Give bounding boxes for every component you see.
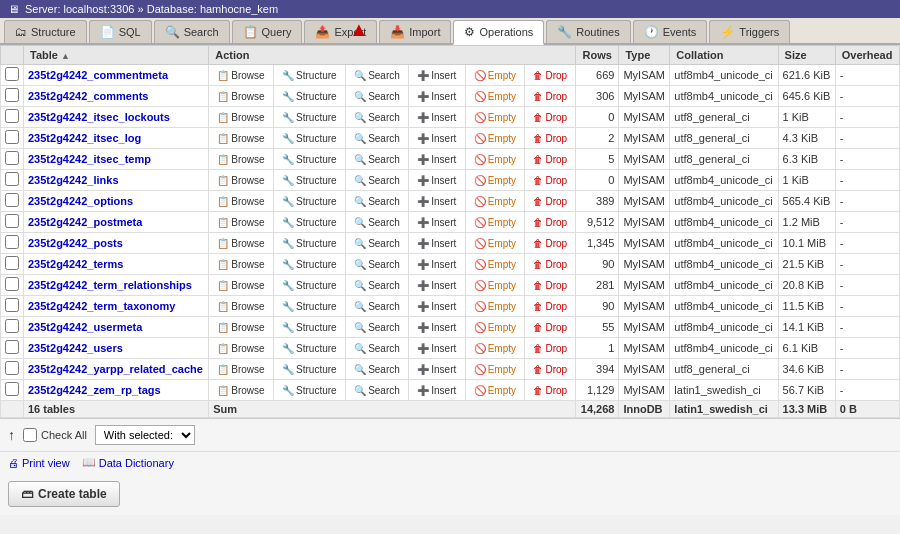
browse-button[interactable]: 📋 Browse [213, 342, 268, 355]
insert-button[interactable]: ➕ Insert [413, 237, 460, 250]
row-checkbox[interactable] [5, 193, 19, 207]
row-checkbox[interactable] [5, 256, 19, 270]
row-checkbox[interactable] [5, 277, 19, 291]
browse-button[interactable]: 📋 Browse [213, 363, 268, 376]
tab-import[interactable]: 📥Import [379, 20, 451, 43]
browse-button[interactable]: 📋 Browse [213, 321, 268, 334]
search-button[interactable]: 🔍 Search [350, 174, 404, 187]
search-button[interactable]: 🔍 Search [350, 111, 404, 124]
drop-button[interactable]: 🗑 Drop [529, 321, 571, 334]
browse-button[interactable]: 📋 Browse [213, 153, 268, 166]
drop-button[interactable]: 🗑 Drop [529, 132, 571, 145]
structure-button[interactable]: 🔧 Structure [278, 216, 341, 229]
browse-button[interactable]: 📋 Browse [213, 216, 268, 229]
browse-button[interactable]: 📋 Browse [213, 384, 268, 397]
table-name-link[interactable]: 235t2g4242_term_taxonomy [28, 300, 175, 312]
row-checkbox[interactable] [5, 67, 19, 81]
structure-button[interactable]: 🔧 Structure [278, 258, 341, 271]
insert-button[interactable]: ➕ Insert [413, 153, 460, 166]
table-name-link[interactable]: 235t2g4242_itsec_log [28, 132, 141, 144]
empty-button[interactable]: 🚫 Empty [470, 363, 520, 376]
insert-button[interactable]: ➕ Insert [413, 132, 460, 145]
table-name-link[interactable]: 235t2g4242_yarpp_related_cache [28, 363, 203, 375]
drop-button[interactable]: 🗑 Drop [529, 90, 571, 103]
row-checkbox[interactable] [5, 151, 19, 165]
row-checkbox[interactable] [5, 214, 19, 228]
tab-routines[interactable]: 🔧Routines [546, 20, 630, 43]
insert-button[interactable]: ➕ Insert [413, 363, 460, 376]
insert-button[interactable]: ➕ Insert [413, 195, 460, 208]
data-dictionary-link[interactable]: 📖 Data Dictionary [82, 456, 174, 469]
table-name-link[interactable]: 235t2g4242_commentmeta [28, 69, 168, 81]
structure-button[interactable]: 🔧 Structure [278, 384, 341, 397]
row-checkbox[interactable] [5, 361, 19, 375]
check-all-checkbox[interactable] [23, 428, 37, 442]
structure-button[interactable]: 🔧 Structure [278, 153, 341, 166]
structure-button[interactable]: 🔧 Structure [278, 174, 341, 187]
empty-button[interactable]: 🚫 Empty [470, 111, 520, 124]
table-name-link[interactable]: 235t2g4242_terms [28, 258, 123, 270]
browse-button[interactable]: 📋 Browse [213, 132, 268, 145]
create-table-button[interactable]: 🗃 Create table [8, 481, 120, 507]
row-checkbox[interactable] [5, 298, 19, 312]
browse-button[interactable]: 📋 Browse [213, 69, 268, 82]
search-button[interactable]: 🔍 Search [350, 195, 404, 208]
insert-button[interactable]: ➕ Insert [413, 258, 460, 271]
search-button[interactable]: 🔍 Search [350, 279, 404, 292]
row-checkbox[interactable] [5, 88, 19, 102]
browse-button[interactable]: 📋 Browse [213, 237, 268, 250]
row-checkbox[interactable] [5, 340, 19, 354]
drop-button[interactable]: 🗑 Drop [529, 111, 571, 124]
empty-button[interactable]: 🚫 Empty [470, 342, 520, 355]
insert-button[interactable]: ➕ Insert [413, 279, 460, 292]
insert-button[interactable]: ➕ Insert [413, 342, 460, 355]
empty-button[interactable]: 🚫 Empty [470, 174, 520, 187]
empty-button[interactable]: 🚫 Empty [470, 216, 520, 229]
row-checkbox[interactable] [5, 319, 19, 333]
check-all-label[interactable]: Check All [23, 428, 87, 442]
drop-button[interactable]: 🗑 Drop [529, 216, 571, 229]
structure-button[interactable]: 🔧 Structure [278, 342, 341, 355]
drop-button[interactable]: 🗑 Drop [529, 279, 571, 292]
with-selected-dropdown[interactable]: With selected: [95, 425, 195, 445]
tab-events[interactable]: 🕐Events [633, 20, 708, 43]
drop-button[interactable]: 🗑 Drop [529, 342, 571, 355]
table-name-link[interactable]: 235t2g4242_usermeta [28, 321, 142, 333]
tab-sql[interactable]: 📄SQL [89, 20, 152, 43]
table-name-link[interactable]: 235t2g4242_itsec_temp [28, 153, 151, 165]
search-button[interactable]: 🔍 Search [350, 153, 404, 166]
col-table[interactable]: Table ▲ [24, 46, 209, 65]
drop-button[interactable]: 🗑 Drop [529, 363, 571, 376]
structure-button[interactable]: 🔧 Structure [278, 90, 341, 103]
empty-button[interactable]: 🚫 Empty [470, 195, 520, 208]
table-name-link[interactable]: 235t2g4242_users [28, 342, 123, 354]
row-checkbox[interactable] [5, 172, 19, 186]
tab-triggers[interactable]: ⚡Triggers [709, 20, 790, 43]
tab-export[interactable]: 📤Export [304, 20, 377, 43]
structure-button[interactable]: 🔧 Structure [278, 132, 341, 145]
row-checkbox[interactable] [5, 235, 19, 249]
drop-button[interactable]: 🗑 Drop [529, 69, 571, 82]
search-button[interactable]: 🔍 Search [350, 342, 404, 355]
browse-button[interactable]: 📋 Browse [213, 111, 268, 124]
row-checkbox[interactable] [5, 109, 19, 123]
drop-button[interactable]: 🗑 Drop [529, 384, 571, 397]
empty-button[interactable]: 🚫 Empty [470, 90, 520, 103]
insert-button[interactable]: ➕ Insert [413, 174, 460, 187]
table-name-link[interactable]: 235t2g4242_zem_rp_tags [28, 384, 161, 396]
empty-button[interactable]: 🚫 Empty [470, 321, 520, 334]
table-name-link[interactable]: 235t2g4242_term_relationships [28, 279, 192, 291]
drop-button[interactable]: 🗑 Drop [529, 195, 571, 208]
search-button[interactable]: 🔍 Search [350, 258, 404, 271]
tab-operations[interactable]: ⚙Operations [453, 20, 544, 45]
empty-button[interactable]: 🚫 Empty [470, 300, 520, 313]
insert-button[interactable]: ➕ Insert [413, 111, 460, 124]
empty-button[interactable]: 🚫 Empty [470, 69, 520, 82]
print-view-link[interactable]: 🖨 Print view [8, 456, 70, 469]
insert-button[interactable]: ➕ Insert [413, 384, 460, 397]
table-name-link[interactable]: 235t2g4242_itsec_lockouts [28, 111, 170, 123]
search-button[interactable]: 🔍 Search [350, 363, 404, 376]
browse-button[interactable]: 📋 Browse [213, 258, 268, 271]
structure-button[interactable]: 🔧 Structure [278, 195, 341, 208]
tab-structure[interactable]: 🗂Structure [4, 20, 87, 43]
